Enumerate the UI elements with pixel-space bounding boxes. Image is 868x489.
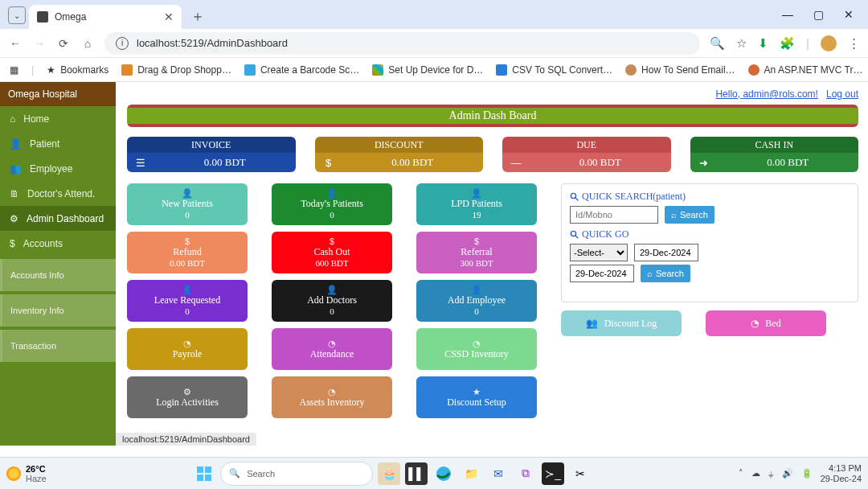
gear-icon: ⚙ [10, 213, 18, 224]
bookmark-item[interactable]: CSV To SQL Convert… [496, 64, 612, 76]
bookmark-item[interactable]: Drag & Drop Shopp… [121, 64, 231, 76]
kpi-invoice[interactable]: INVOICE ☰0.00 BDT [127, 137, 296, 172]
weather-widget[interactable]: 26°C Haze [6, 464, 47, 483]
quick-search-input[interactable] [570, 206, 658, 224]
svg-line-1 [575, 198, 578, 200]
discount-log-tile[interactable]: 👥 Discount Log [561, 310, 682, 336]
window-controls: — ▢ ✕ [780, 8, 868, 29]
profile-avatar[interactable] [821, 35, 837, 51]
bed-tile[interactable]: ◔ Bed [706, 310, 826, 336]
home-icon: ⌂ [10, 113, 15, 125]
zoom-icon[interactable]: 🔍 [710, 36, 725, 51]
close-window-button[interactable]: ✕ [841, 8, 857, 21]
taskbar-app-vs[interactable]: ⧉ [514, 462, 537, 485]
bookmark-item[interactable]: Create a Barcode Sc… [244, 64, 359, 76]
bookmark-item[interactable]: An ASP.NET MVC Tr… [748, 64, 863, 76]
back-button[interactable]: ← [8, 36, 23, 51]
taskbar-clock[interactable]: 4:13 PM 29-Dec-24 [821, 463, 862, 483]
tile-value: 600 BDT [315, 258, 348, 269]
taskbar-app-snip[interactable]: ✂ [569, 462, 592, 485]
dashboard-tile[interactable]: 👤 New Patients 0 [127, 183, 248, 225]
dashboard-tile[interactable]: ◔ Attendance [272, 328, 392, 370]
bookmark-star-icon[interactable]: ☆ [736, 36, 747, 51]
bookmark-item[interactable]: ★Bookmarks [47, 64, 108, 76]
quick-go-search-button[interactable]: ⌕Search [641, 265, 690, 282]
hello-user-link[interactable]: Hello, admin@rols.com! [715, 88, 818, 100]
browser-tab[interactable]: Omega ✕ [29, 5, 182, 29]
start-button[interactable] [193, 462, 215, 485]
site-info-icon[interactable]: i [116, 37, 129, 50]
sidebar-item-doctors-attend[interactable]: 🗎Doctor's Attend. [0, 181, 116, 206]
tile-icon: $ [474, 236, 479, 246]
menu-button[interactable]: ⋮ [848, 36, 860, 51]
dollar-icon: $ [315, 157, 342, 169]
taskbar-app-edge[interactable] [432, 462, 455, 485]
home-button[interactable]: ⌂ [80, 36, 95, 51]
system-tray[interactable]: ˄ ☁ ⏚ 🔊 🔋 4:13 PM 29-Dec-24 [739, 463, 862, 483]
quick-go-date2[interactable] [570, 265, 634, 282]
minimize-button[interactable]: — [780, 8, 796, 21]
dashboard-tile[interactable]: $ Refund 0.00 BDT [127, 232, 248, 273]
reload-button[interactable]: ⟳ [56, 36, 71, 51]
apps-icon[interactable]: ▦ [10, 64, 18, 76]
tile-icon: ⚙ [183, 387, 191, 397]
dashboard-tile[interactable]: ⚙ Login Activities [127, 376, 248, 418]
person-icon: 👤 [10, 138, 22, 150]
dashboard-tile[interactable]: 👤 LPD Patients 19 [416, 183, 537, 225]
cloud-icon[interactable]: ☁ [751, 468, 760, 479]
taskbar-app-icon[interactable]: ▌▌ [405, 462, 428, 485]
tile-icon: 👤 [471, 285, 482, 294]
address-bar: ← → ⟳ ⌂ i localhost:5219/AdminDashboard … [0, 29, 868, 58]
sidebar-item-employee[interactable]: 👥Employee [0, 156, 116, 181]
quick-go-date1[interactable] [634, 244, 698, 261]
tab-search-button[interactable]: ⌄ [8, 6, 26, 24]
quick-go-select[interactable]: -Select- [570, 244, 628, 261]
logout-link[interactable]: Log out [826, 88, 858, 100]
kpi-due[interactable]: DUE —0.00 BDT [502, 137, 671, 172]
maximize-button[interactable]: ▢ [810, 8, 826, 21]
bookmark-item[interactable]: Set Up Device for D… [372, 64, 483, 76]
forward-button[interactable]: → [32, 36, 47, 51]
taskbar-app-icon[interactable]: 🧁 [378, 462, 400, 485]
close-tab-icon[interactable]: ✕ [164, 10, 174, 23]
tray-chevron-icon[interactable]: ˄ [739, 468, 743, 479]
dashboard-tile[interactable]: 👤 Add Employee 0 [416, 280, 537, 322]
sidebar-block-accounts-info[interactable]: Accounts Info [0, 259, 116, 291]
volume-icon[interactable]: 🔊 [782, 468, 793, 479]
kpi-value: 0.00 BDT [718, 156, 859, 169]
dashboard-tile[interactable]: ◔ CSSD Inventory [416, 328, 537, 370]
dashboard-tile[interactable]: ★ Discount Setup [416, 376, 537, 418]
kpi-cashin[interactable]: CASH IN ➜0.00 BDT [690, 137, 859, 172]
svg-point-0 [571, 193, 575, 198]
taskbar-search[interactable]: 🔍Search [220, 462, 373, 486]
taskbar-app-explorer[interactable]: 📁 [460, 462, 482, 485]
wifi-icon[interactable]: ⏚ [768, 469, 774, 479]
battery-icon[interactable]: 🔋 [801, 468, 813, 479]
dashboard-tile[interactable]: ◔ Assets Inventory [272, 376, 392, 418]
extensions-icon[interactable]: 🧩 [780, 36, 795, 51]
sidebar-item-accounts[interactable]: $Accounts [0, 231, 116, 256]
kpi-discount[interactable]: DISCOUNT $0.00 BDT [315, 137, 484, 172]
dashboard-tile[interactable]: ◔ Payrole [127, 328, 248, 370]
sidebar-block-transaction[interactable]: Transaction [0, 330, 116, 362]
omnibox[interactable]: i localhost:5219/AdminDashboard [104, 32, 700, 55]
sidebar-item-admin-dashboard[interactable]: ⚙Admin Dashboard [0, 206, 116, 231]
taskbar-app-terminal[interactable]: ≻_ [542, 462, 564, 485]
dashboard-tile[interactable]: $ Cash Out 600 BDT [272, 232, 392, 273]
dashboard-tile[interactable]: $ Referral 300 BDT [416, 232, 537, 273]
taskbar-app-outlook[interactable]: ✉ [487, 462, 510, 485]
downloads-icon[interactable]: ⬇ [758, 36, 768, 51]
sidebar-block-inventory-info[interactable]: Inventory Info [0, 294, 116, 327]
new-tab-button[interactable]: ＋ [186, 5, 209, 27]
tile-value: 0 [330, 210, 334, 221]
bookmark-item[interactable]: How To Send Email… [625, 64, 735, 76]
tile-label: Today's Patients [301, 198, 363, 210]
tile-value: 19 [473, 210, 481, 221]
sidebar-item-home[interactable]: ⌂Home [0, 106, 116, 131]
dashboard-tile[interactable]: 👤 Add Doctors 0 [272, 280, 392, 322]
sidebar-item-patient[interactable]: 👤Patient [0, 131, 116, 156]
dashboard-tile[interactable]: 👤 Leave Requested 0 [127, 280, 248, 322]
quick-search-button[interactable]: ⌕Search [665, 206, 714, 224]
dashboard-tile[interactable]: 👤 Today's Patients 0 [272, 183, 392, 225]
clock-icon: ◔ [751, 318, 759, 329]
